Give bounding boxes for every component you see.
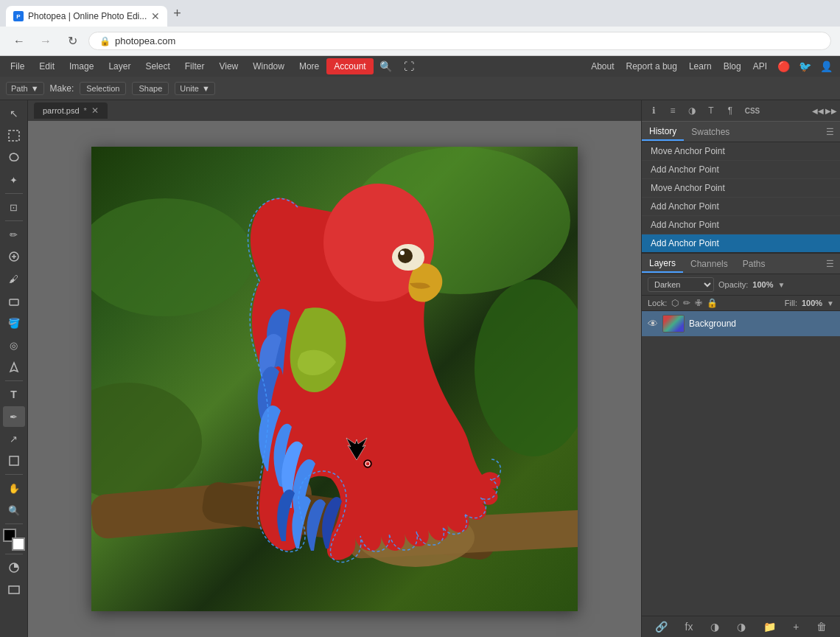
add-group-icon[interactable]: 📁 — [760, 619, 779, 634]
paths-tab[interactable]: Paths — [735, 256, 773, 272]
color-swatches[interactable] — [3, 529, 25, 551]
info-icon[interactable]: ℹ — [645, 102, 662, 119]
new-tab-button[interactable]: + — [167, 6, 187, 21]
css-label[interactable]: CSS — [741, 102, 764, 119]
tab-close-icon[interactable]: ✕ — [151, 10, 160, 22]
fill-value[interactable]: 100% — [802, 299, 822, 307]
history-item-3[interactable]: Add Anchor Point — [642, 198, 840, 216]
back-button[interactable]: ← — [9, 31, 29, 52]
shape-tool[interactable] — [3, 450, 25, 471]
forward-button[interactable]: → — [35, 31, 56, 52]
magic-wand-tool[interactable]: ✦ — [3, 170, 25, 190]
menu-image[interactable]: Image — [62, 58, 101, 74]
menu-view[interactable]: View — [211, 58, 245, 74]
active-tab[interactable]: P Photopea | Online Photo Edi... ✕ — [6, 6, 167, 27]
unite-dropdown[interactable]: Unite ▼ — [175, 82, 215, 95]
canvas-tab[interactable]: parrot.psd * ✕ — [34, 102, 108, 119]
menu-account[interactable]: Account — [326, 58, 373, 74]
menu-edit[interactable]: Edit — [32, 58, 62, 74]
layer-item-background[interactable]: 👁 Background — [642, 311, 840, 336]
layers-panel-menu[interactable]: ☰ — [820, 256, 840, 272]
quick-mask-tool[interactable] — [3, 557, 25, 578]
history-panel-menu[interactable]: ☰ — [820, 124, 840, 140]
menu-api[interactable]: API — [747, 58, 773, 74]
expand-right[interactable]: ▶▶ — [825, 107, 837, 115]
layer-visibility-icon[interactable]: 👁 — [648, 318, 658, 330]
move-tool[interactable]: ↖ — [3, 103, 25, 124]
svg-point-11 — [91, 383, 202, 501]
eraser-tool[interactable] — [3, 290, 25, 311]
add-effect-icon[interactable]: fx — [682, 619, 696, 634]
history-item-0[interactable]: Move Anchor Point — [642, 142, 840, 161]
properties-icon[interactable]: T — [702, 102, 720, 119]
selection-tool[interactable] — [3, 125, 25, 146]
delete-layer-icon[interactable]: 🗑 — [813, 619, 830, 634]
right-panel: ℹ ≡ ◑ T ¶ CSS ◀◀ ▶▶ History Swatches — [641, 100, 840, 637]
mask-icon[interactable]: ◑ — [683, 102, 701, 119]
history-item-4[interactable]: Add Anchor Point — [642, 216, 840, 234]
lock-all-icon[interactable]: 🔒 — [707, 298, 718, 308]
lock-move-icon[interactable]: ✙ — [695, 298, 702, 308]
swatches-tab[interactable]: Swatches — [684, 124, 737, 140]
shape-button[interactable]: Shape — [132, 82, 169, 95]
brush-tool[interactable]: 🖌 — [3, 268, 25, 289]
collapse-left[interactable]: ◀◀ — [812, 107, 824, 115]
menu-more[interactable]: More — [292, 58, 326, 74]
history-item-1[interactable]: Add Anchor Point — [642, 161, 840, 179]
canvas-tab-close-icon[interactable]: ✕ — [91, 105, 99, 116]
layers-tab[interactable]: Layers — [642, 255, 683, 273]
menu-file[interactable]: File — [3, 58, 32, 74]
twitter-icon[interactable]: 🐦 — [794, 58, 816, 75]
address-bar[interactable]: 🔒 photopea.com — [88, 32, 831, 50]
menu-fullscreen-icon[interactable]: ⛶ — [398, 58, 420, 75]
history-item-5[interactable]: Add Anchor Point — [642, 234, 840, 252]
menu-search-icon[interactable]: 🔍 — [374, 58, 398, 75]
lock-pixels-icon[interactable]: ⬡ — [671, 298, 679, 308]
svg-point-19 — [400, 251, 405, 255]
background-color[interactable] — [12, 537, 25, 551]
history-tab[interactable]: History — [642, 123, 684, 141]
fill-tool[interactable]: 🪣 — [3, 313, 25, 333]
pen-tool[interactable]: ✒ — [3, 406, 25, 427]
menu-window[interactable]: Window — [245, 58, 292, 74]
opacity-dropdown-icon[interactable]: ▼ — [778, 281, 785, 289]
blur-tool[interactable]: ◎ — [3, 335, 25, 355]
blend-mode-select[interactable]: Darken Normal Multiply Screen Overlay — [648, 277, 714, 292]
eyedropper-tool[interactable]: ✏ — [3, 224, 25, 245]
selection-button[interactable]: Selection — [80, 82, 126, 95]
settings-panel-icon[interactable]: ≡ — [664, 102, 682, 119]
tool-separator-6 — [5, 554, 23, 554]
add-mask-icon[interactable]: ◑ — [707, 619, 722, 634]
hand-tool[interactable]: ✋ — [3, 478, 25, 498]
path-dropdown[interactable]: Path ▼ — [6, 82, 44, 95]
menu-about[interactable]: About — [585, 58, 620, 74]
paragraph-icon[interactable]: ¶ — [721, 102, 739, 119]
text-tool[interactable]: T — [3, 384, 25, 405]
heal-tool[interactable] — [3, 246, 25, 267]
add-layer-icon[interactable]: + — [790, 619, 802, 634]
menu-report[interactable]: Report a bug — [620, 58, 683, 74]
menu-select[interactable]: Select — [138, 58, 177, 74]
dodge-tool[interactable] — [3, 357, 25, 377]
add-fill-icon[interactable]: ◑ — [734, 619, 749, 634]
menu-layer[interactable]: Layer — [101, 58, 138, 74]
menu-filter[interactable]: Filter — [178, 58, 212, 74]
menu-blog[interactable]: Blog — [718, 58, 747, 74]
opacity-value[interactable]: 100% — [752, 280, 773, 289]
channels-tab[interactable]: Channels — [683, 256, 735, 272]
lasso-tool[interactable] — [3, 147, 25, 168]
facebook-icon[interactable]: 👤 — [816, 58, 837, 75]
link-layers-icon[interactable]: 🔗 — [652, 619, 671, 634]
zoom-tool[interactable]: 🔍 — [3, 500, 25, 521]
fill-dropdown-icon[interactable]: ▼ — [827, 299, 834, 307]
path-select-tool[interactable]: ↗ — [3, 428, 25, 449]
reddit-icon[interactable]: 🔴 — [773, 58, 794, 75]
menu-learn[interactable]: Learn — [683, 58, 718, 74]
history-item-2[interactable]: Move Anchor Point — [642, 179, 840, 198]
canvas-viewport[interactable] — [28, 121, 641, 637]
options-toolbar: Path ▼ Make: Selection Shape Unite ▼ — [0, 77, 840, 100]
crop-tool[interactable]: ⊡ — [3, 197, 25, 217]
screen-mode-tool[interactable] — [3, 579, 25, 600]
lock-paint-icon[interactable]: ✏ — [683, 298, 690, 308]
refresh-button[interactable]: ↻ — [62, 31, 83, 52]
